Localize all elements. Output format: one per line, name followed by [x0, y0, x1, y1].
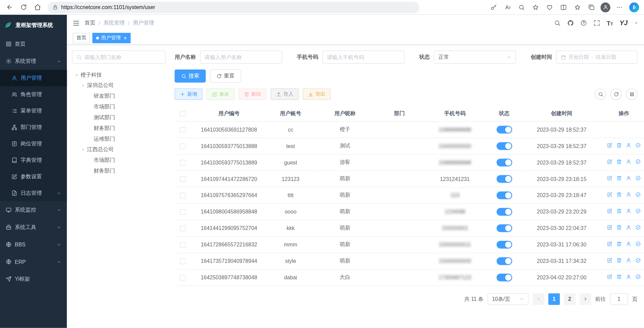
row-checkbox[interactable]: [180, 259, 186, 264]
edit-icon[interactable]: [607, 274, 612, 279]
zoom-button[interactable]: [515, 1, 528, 13]
status-toggle[interactable]: [496, 142, 512, 150]
more-button[interactable]: [613, 1, 626, 13]
sidebar-item-post-mgmt[interactable]: 岗位管理: [0, 136, 67, 152]
assign-role-icon[interactable]: [626, 257, 631, 263]
tree-node[interactable]: 财务部门: [72, 166, 165, 176]
check-icon[interactable]: [635, 143, 641, 148]
home-button[interactable]: [31, 1, 44, 13]
row-checkbox[interactable]: [180, 275, 186, 281]
reload-button[interactable]: [17, 1, 30, 13]
split-screen-button[interactable]: [557, 1, 570, 13]
row-checkbox[interactable]: [180, 127, 186, 133]
password-key-button[interactable]: [487, 1, 500, 13]
delete-button[interactable]: 删除: [239, 88, 266, 100]
edit-icon[interactable]: [607, 176, 612, 181]
assign-role-icon[interactable]: [626, 159, 631, 165]
row-checkbox[interactable]: [180, 226, 186, 231]
question-icon[interactable]: [581, 20, 587, 27]
row-checkbox[interactable]: [180, 143, 186, 149]
tree-node[interactable]: 江西总公司: [72, 144, 165, 155]
assign-role-icon[interactable]: [626, 225, 631, 230]
search-icon[interactable]: [554, 20, 561, 27]
row-checkbox[interactable]: [180, 193, 186, 198]
tree-node[interactable]: 测试部门: [72, 112, 165, 123]
github-icon[interactable]: [567, 20, 574, 27]
status-toggle[interactable]: [496, 191, 512, 199]
check-icon[interactable]: [635, 159, 641, 165]
assign-role-icon[interactable]: [626, 208, 631, 214]
tree-expander-icon[interactable]: [81, 147, 85, 152]
search-button[interactable]: 搜索: [175, 69, 206, 83]
tree-node[interactable]: 市场部门: [72, 101, 165, 112]
tree-node[interactable]: 市场部门: [72, 155, 165, 166]
sidebar-item-role-mgmt[interactable]: 角色管理: [0, 86, 67, 103]
breadcrumb-home[interactable]: 首页: [85, 19, 95, 27]
delete-icon[interactable]: [616, 143, 622, 148]
delete-icon[interactable]: [616, 257, 622, 263]
edit-icon[interactable]: [607, 241, 612, 246]
status-toggle[interactable]: [496, 175, 512, 183]
tree-node[interactable]: 运维部门: [72, 134, 165, 144]
status-toggle[interactable]: [496, 257, 512, 265]
goto-page-input[interactable]: [610, 293, 628, 304]
delete-icon[interactable]: [616, 208, 622, 214]
address-bar[interactable]: https://ccnetcore.com:1101/system/user: [48, 1, 419, 13]
row-checkbox[interactable]: [180, 209, 186, 215]
fullscreen-icon[interactable]: [594, 20, 600, 27]
row-checkbox[interactable]: [180, 160, 186, 166]
tree-node[interactable]: 财务部门: [72, 123, 165, 134]
collections-button[interactable]: [585, 1, 598, 13]
check-icon[interactable]: [635, 176, 641, 181]
row-checkbox[interactable]: [180, 176, 186, 182]
menu-fold-icon[interactable]: [73, 19, 80, 27]
tab-home[interactable]: 首页: [73, 33, 90, 43]
delete-icon[interactable]: [616, 159, 622, 165]
caret-down-icon[interactable]: [634, 21, 638, 25]
check-icon[interactable]: [635, 257, 641, 263]
edit-icon[interactable]: [607, 192, 612, 197]
row-checkbox[interactable]: [180, 242, 186, 248]
edit-icon[interactable]: [607, 208, 612, 214]
status-select[interactable]: 正常: [434, 51, 516, 64]
check-icon[interactable]: [635, 274, 641, 279]
status-toggle[interactable]: [496, 126, 512, 133]
status-toggle[interactable]: [496, 274, 512, 281]
check-icon[interactable]: [635, 192, 641, 197]
status-toggle[interactable]: [496, 224, 512, 232]
assign-role-icon[interactable]: [626, 241, 631, 246]
browser-essentials-button[interactable]: [543, 1, 556, 13]
sidebar-item-dept-mgmt[interactable]: 部门管理: [0, 119, 67, 136]
select-all-checkbox[interactable]: [180, 111, 186, 116]
import-button[interactable]: 导入: [271, 88, 299, 100]
sidebar-item-system-monitor[interactable]: 系统监控: [0, 201, 67, 219]
tree-expander-icon[interactable]: [81, 83, 85, 88]
delete-icon[interactable]: [616, 176, 622, 181]
date-range-picker[interactable]: 开始日期 - 结束日期: [556, 51, 637, 64]
close-icon[interactable]: ×: [123, 35, 127, 41]
check-icon[interactable]: [635, 208, 641, 214]
sidebar-item-yi-framework[interactable]: Yi框架: [0, 270, 67, 287]
page-size-select[interactable]: 10条/页: [488, 293, 529, 304]
sidebar-item-home[interactable]: 首页: [0, 35, 67, 52]
status-toggle[interactable]: [496, 158, 512, 166]
favorites-bar-button[interactable]: [571, 1, 584, 13]
back-button[interactable]: [3, 1, 16, 13]
delete-icon[interactable]: [616, 241, 622, 246]
page-2-button[interactable]: 2: [564, 293, 575, 304]
sidebar-item-user-mgmt[interactable]: 用户管理: [0, 70, 67, 86]
sidebar-item-param-settings[interactable]: 参数设置: [0, 169, 67, 185]
favorites-add-button[interactable]: [529, 1, 542, 13]
read-aloud-button[interactable]: [501, 1, 514, 13]
reset-button[interactable]: 重置: [210, 69, 241, 83]
username-input[interactable]: [200, 51, 282, 64]
toggle-search-button[interactable]: [595, 88, 606, 100]
tree-node[interactable]: 研发部门: [72, 91, 165, 101]
edit-button[interactable]: 修改: [207, 88, 235, 100]
sidebar-item-menu-mgmt[interactable]: 菜单管理: [0, 103, 67, 119]
assign-role-icon[interactable]: [626, 176, 631, 181]
assign-role-icon[interactable]: [626, 192, 631, 197]
columns-button[interactable]: [626, 88, 637, 100]
profile-avatar[interactable]: [600, 2, 610, 12]
edit-icon[interactable]: [607, 143, 612, 148]
